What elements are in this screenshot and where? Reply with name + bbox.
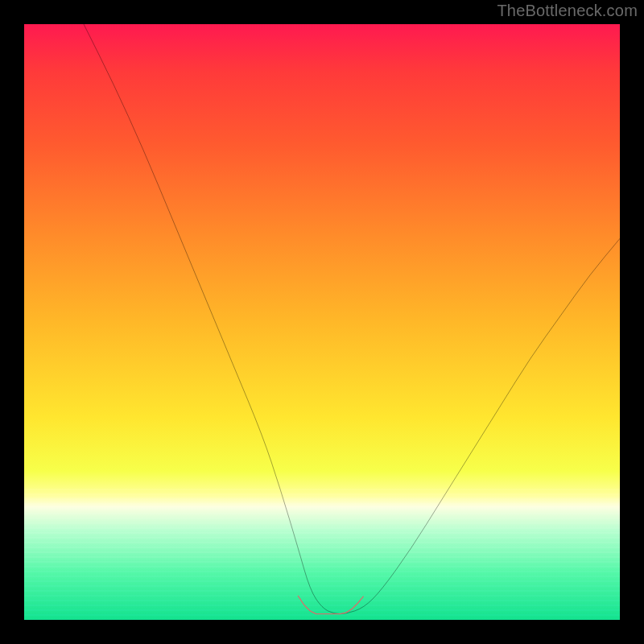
bottleneck-curve-path: [84, 24, 620, 614]
curve-svg: [24, 24, 620, 620]
chart-frame: TheBottleneck.com: [0, 0, 644, 644]
plot-area: [24, 24, 620, 620]
watermark-label: TheBottleneck.com: [497, 2, 638, 20]
